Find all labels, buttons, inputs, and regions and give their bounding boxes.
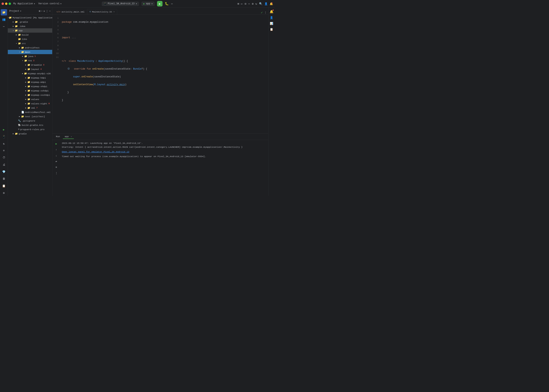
tab-mainactivity[interactable]: K MainActivity.kt ✕ — [87, 9, 117, 14]
sync-icon[interactable]: ↻ — [256, 2, 257, 6]
sidebar-item-libs[interactable]: 📁 libs — [8, 37, 52, 41]
sidebar-item-build[interactable]: ▶ 📁 build — [8, 33, 52, 37]
sidebar-item-mipmap-xhdpi[interactable]: ▶ 📁 mipmap-xhdpi — [8, 84, 52, 89]
hierarchy-icon[interactable]: 📋 — [269, 27, 274, 32]
sidebar-item-mipmap-hdpi[interactable]: ▶ 📁 mipmap-hdpi — [8, 76, 52, 80]
toolbar-icon-4[interactable]: ⋯ — [248, 2, 250, 6]
sidebar-item-mipmap-mdpi[interactable]: ▶ 📁 mipmap-mdpi — [8, 80, 52, 84]
console-filter-icon[interactable]: ≡ — [54, 165, 59, 170]
bottom-tab-close-icon[interactable]: ✕ — [71, 136, 72, 138]
bottom-tab-run[interactable]: Run — [54, 134, 62, 139]
sidebar-item-drawable[interactable]: ▶ 📁 drawable 3 — [8, 63, 52, 67]
sidebar-item-values-night[interactable]: ▶ 📁 values-night 6 — [8, 101, 52, 106]
run-button[interactable]: ▶ — [157, 1, 163, 7]
bottom-tab-app[interactable]: app ✕ — [63, 134, 74, 139]
tab-activity-main[interactable]: </> activity_main.xml — [54, 9, 87, 14]
console-line-3[interactable]: Open logcat panel for emulator Pixel_3A … — [62, 150, 267, 154]
vcs-icon[interactable]: 👥 — [1, 16, 7, 22]
sidebar-item-idea[interactable]: ▶ 📁 .idea — [8, 24, 52, 28]
sidebar-close-icon[interactable]: ✕ — [43, 10, 45, 13]
code-editor[interactable]: 1 2 3 4 5 6 7 8 9 10 11 package com.exam… — [52, 15, 268, 133]
logcat-icon[interactable]: ≡ — [1, 147, 7, 154]
tab-more-icon[interactable]: ⋮ — [264, 11, 267, 14]
logcat-link[interactable]: Open logcat panel for emulator Pixel_3A … — [62, 150, 129, 153]
mipmap-xhdpi-folder-icon: 📁 — [27, 85, 30, 88]
sidebar-item-androidtest[interactable]: ▶ 📁 androidTest — [8, 46, 52, 50]
sidebar-item-app[interactable]: ▾ 📁 app — [8, 28, 52, 33]
sidebar-item-mipmap-xxxhdpi[interactable]: ▶ 📁 mipmap-xxxhdpi — [8, 93, 52, 97]
search-icon[interactable]: 🔍 — [259, 2, 262, 6]
sidebar-item-buildgradle[interactable]: 🐘 build.gradle.kts — [8, 123, 52, 127]
console-up-icon[interactable]: ↑ — [54, 147, 59, 152]
toolbar-icon-3[interactable]: ⊡ — [245, 2, 246, 6]
sidebar-item-values[interactable]: ▶ 📁 values — [8, 97, 52, 101]
toolbar-icon-1[interactable]: ⊞ — [237, 2, 239, 6]
bottom-console[interactable]: ▶ ↑ ↓ ⇌ ≡ ⋮ 2023-09-12 15:59:47: Launchi… — [52, 140, 268, 196]
sidebar-item-src[interactable]: ▾ 📁 src — [8, 41, 52, 46]
version-control-menu[interactable]: Version control ▾ — [38, 2, 62, 5]
console-more-icon[interactable]: ⋮ — [54, 171, 59, 175]
sidebar-gear-icon[interactable]: ⋮ — [46, 10, 48, 13]
list-icon[interactable]: 📋 — [1, 183, 7, 189]
sidebar-item-proguard[interactable]: ≡ proguard-rules.pro — [8, 127, 52, 132]
sidebar-item-main[interactable]: ▾ 📁 main — [8, 50, 52, 54]
device-selector[interactable]: 📱 Pixel_3A_Android_13 ▾ — [102, 1, 139, 6]
proguard-file-icon: ≡ — [18, 128, 19, 131]
sidebar-item-res[interactable]: ▾ 📁 res 2 — [8, 58, 52, 63]
sidebar-item-xml[interactable]: ▶ 📁 xml 7 — [8, 106, 52, 110]
run-config-selector[interactable]: ▶ app ▾ — [141, 1, 155, 6]
tab-close-icon[interactable]: ✕ — [113, 11, 114, 13]
console-wrap-icon[interactable]: ⇌ — [54, 159, 59, 164]
delete-icon[interactable]: 🗑 — [1, 176, 7, 182]
device-icon[interactable]: 📱 — [1, 133, 7, 140]
maximize-button[interactable] — [9, 3, 11, 5]
notifications-right-icon[interactable]: 🔔 — [269, 9, 274, 14]
gem-icon[interactable]: 💎 — [1, 169, 7, 175]
settings2-icon[interactable]: ⚙ — [1, 190, 7, 196]
sync2-icon[interactable]: ⇅ — [1, 140, 7, 147]
sidebar-item-androidmanifest[interactable]: 📄 AndroidManifest.xml — [8, 110, 52, 114]
close-button[interactable] — [1, 3, 4, 5]
mipmap-xxhdpi-label: mipmap-xxhdpi — [31, 90, 49, 92]
build-folder-icon: 📁 — [18, 33, 21, 36]
tree-root[interactable]: ▾ 📁 MyApplication2 [My Application] ~/Pr… — [8, 15, 52, 20]
sidebar-item-gitignore[interactable]: 🔧 .gitignore — [8, 119, 52, 123]
sidebar-item-test[interactable]: ▶ 📁 test [unitTest] — [8, 114, 52, 119]
sidebar-item-gradle-root[interactable]: ▶ 📁 gradle — [8, 132, 52, 136]
code-line-8: super.onCreate(savedInstanceState) — [62, 75, 268, 79]
notifications-icon[interactable]: 🔔 — [270, 2, 273, 6]
console-down-icon[interactable]: ↓ — [54, 153, 59, 158]
sidebar-item-gradle-hidden[interactable]: ▶ 📁 .gradle — [8, 20, 52, 24]
bookmarks-icon[interactable]: 👤 — [269, 15, 274, 20]
sidebar-item-java[interactable]: ▶ 📁 java 1 — [8, 54, 52, 58]
more-tools-icon[interactable]: ⋯ — [1, 23, 7, 29]
buildgradle-label: build.gradle.kts — [22, 124, 43, 126]
sidebar-dropdown-icon[interactable]: ▾ — [20, 10, 21, 12]
sidebar-title: Project — [9, 10, 19, 13]
mipmap-xxxhdpi-label: mipmap-xxxhdpi — [31, 94, 50, 96]
debug-button[interactable]: 🐛 — [165, 2, 169, 6]
run-tool-icon[interactable]: ▶ — [1, 126, 7, 133]
settings-icon[interactable]: ⚙ — [252, 2, 253, 6]
structure-icon[interactable]: 📊 — [269, 21, 274, 26]
sidebar-back-icon[interactable]: ← — [41, 10, 43, 13]
sidebar-item-mipmap-anydpi[interactable]: ▶ 📁 mipmap-anydpi-v26 — [8, 71, 52, 76]
app-chevron-icon: ▾ — [34, 2, 35, 5]
account-icon[interactable]: 👤 — [264, 2, 268, 6]
profiler-icon[interactable]: ⏱ — [1, 154, 7, 161]
minimize-button[interactable] — [5, 3, 7, 5]
print-icon[interactable]: 🖨 — [1, 162, 7, 168]
code-content[interactable]: package com.example.myapplication import… — [60, 15, 268, 133]
more-run-options[interactable]: ⋯ — [171, 2, 173, 6]
mipmap-xxhdpi-folder-icon: 📁 — [27, 89, 30, 92]
title-bar: My Application ▾ Version control ▾ 📱 Pix… — [0, 0, 274, 8]
project-view-icon[interactable]: 📁 — [1, 9, 7, 15]
sidebar-expand-icon[interactable]: ⊞ — [39, 10, 41, 13]
values-night-label: values-night — [31, 102, 47, 105]
app-name-menu[interactable]: My Application ▾ — [13, 2, 35, 5]
sidebar-minimize-icon[interactable]: — — [49, 10, 51, 13]
sidebar-item-mipmap-xxhdpi[interactable]: ▶ 📁 mipmap-xxhdpi — [8, 89, 52, 93]
sidebar-item-layout[interactable]: ▶ 📁 layout 4 — [8, 67, 52, 71]
toolbar-icon-2[interactable]: ⟵ — [241, 2, 243, 6]
console-run-icon[interactable]: ▶ — [54, 141, 59, 146]
